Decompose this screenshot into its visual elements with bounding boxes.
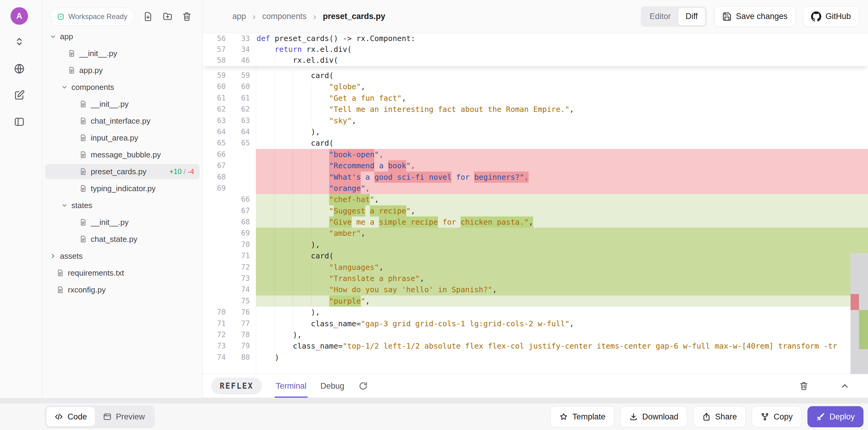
chevron-down-icon [50, 33, 56, 40]
scrollbar-deleted-marker [850, 294, 859, 310]
code-row: 6565 card( [203, 138, 868, 149]
code-row: 69 "amber", [203, 228, 868, 239]
code-row: 72 "languages", [203, 262, 868, 273]
scrollbar[interactable] [850, 253, 868, 374]
tree-file-typing_indicator.py[interactable]: typing_indicator.py [42, 180, 203, 197]
browser-icon [103, 412, 112, 421]
tree-file-chat_interface.py[interactable]: chat_interface.py [42, 113, 203, 130]
tree-item-label: chat_interface.py [91, 116, 150, 126]
diff-tab[interactable]: Diff [678, 7, 705, 26]
share-button[interactable]: Share [693, 406, 746, 427]
breadcrumb-components[interactable]: components [262, 12, 307, 21]
tree-file-__init__.py[interactable]: __init__.py [42, 214, 203, 231]
tree-file-requirements.txt[interactable]: requirements.txt [42, 264, 203, 281]
file-icon [79, 218, 87, 226]
tree-item-label: assets [60, 252, 83, 261]
workspace-status-badge: Workspace Ready [50, 7, 134, 26]
edit-icon[interactable] [13, 90, 25, 101]
share-label: Share [715, 412, 737, 422]
tree-item-label: chat_state.py [91, 235, 137, 244]
file-tree-header: Workspace Ready [42, 0, 203, 29]
github-icon [811, 11, 821, 22]
tree-folder-app[interactable]: app [42, 28, 203, 45]
panel-icon[interactable] [13, 116, 25, 127]
tree-item-label: __init__.py [91, 99, 129, 109]
terminal-bar: REFLEX Terminal Debug [203, 374, 868, 398]
code-toggle[interactable]: Code [46, 407, 95, 426]
preview-label: Preview [116, 412, 145, 422]
tree-folder-components[interactable]: components [42, 79, 203, 95]
github-button[interactable]: GitHub [803, 6, 859, 27]
globe-icon[interactable] [13, 63, 25, 75]
file-icon [79, 184, 87, 192]
code-row: 7076 ), [203, 307, 868, 318]
new-folder-icon[interactable] [162, 11, 173, 22]
new-file-icon[interactable] [143, 11, 153, 22]
tree-file-message_bubble.py[interactable]: message_bubble.py [42, 146, 203, 163]
file-icon [79, 168, 87, 175]
star-icon [559, 412, 568, 421]
code-row: 66 "book-open", [203, 149, 868, 160]
tree-folder-assets[interactable]: assets [42, 248, 203, 264]
chevron-right-icon: › [313, 12, 316, 21]
tree-item-label: app.py [79, 66, 103, 75]
left-icon-rail: A [0, 0, 42, 398]
file-icon [79, 151, 87, 159]
breadcrumb: app › components › preset_cards.py [232, 12, 385, 21]
file-icon [56, 269, 64, 277]
copy-button[interactable]: Copy [752, 406, 801, 427]
editor-topbar: app › components › preset_cards.py Edito… [203, 0, 868, 33]
refresh-icon[interactable] [358, 381, 368, 391]
breadcrumb-app[interactable]: app [232, 12, 246, 21]
deploy-button[interactable]: Deploy [807, 406, 864, 427]
save-changes-button[interactable]: Save changes [714, 6, 796, 27]
file-icon [79, 117, 87, 125]
tree-item-label: input_area.py [91, 133, 138, 143]
chevron-right-icon: › [253, 12, 255, 21]
editor-tab[interactable]: Editor [642, 8, 678, 25]
download-icon [629, 412, 638, 421]
template-button[interactable]: Template [550, 406, 614, 427]
tree-folder-states[interactable]: states [42, 197, 203, 214]
tree-file-chat_state.py[interactable]: chat_state.py [42, 231, 203, 248]
tree-file-rxconfig.py[interactable]: rxconfig.py [42, 281, 203, 298]
template-label: Template [572, 412, 606, 422]
tree-item-label: requirements.txt [68, 268, 124, 278]
file-icon [79, 134, 87, 142]
trash-icon[interactable] [181, 11, 192, 22]
tree-file-input_area.py[interactable]: input_area.py [42, 130, 203, 146]
file-tree-panel: Workspace Ready app__init__.pyapp.pycomp… [42, 0, 203, 398]
tree-file-__init__.py[interactable]: __init__.py [42, 45, 203, 62]
file-icon [68, 50, 76, 57]
tree-file-__init__.py[interactable]: __init__.py [42, 95, 203, 113]
clear-terminal-trash-icon[interactable] [799, 381, 809, 391]
code-row: 7278 ), [203, 329, 868, 340]
reflex-logo: REFLEX [211, 377, 262, 394]
github-label: GitHub [826, 12, 851, 21]
expand-icon[interactable] [13, 36, 25, 47]
preview-toggle[interactable]: Preview [95, 407, 153, 426]
collapse-chevron-up-icon[interactable] [840, 381, 850, 391]
tree-item-label: app [60, 32, 73, 41]
file-icon [68, 66, 76, 74]
code-row: 7177 class_name="gap-3 grid grid-cols-1 … [203, 318, 868, 329]
tree-item-label: preset_cards.py [91, 167, 147, 176]
rocket-icon [816, 412, 825, 421]
tree-file-preset_cards.py[interactable]: preset_cards.py+10 / -4 [42, 163, 203, 180]
tree-file-app.py[interactable]: app.py [42, 62, 203, 79]
tree-item-label: states [71, 201, 92, 210]
breadcrumb-current-file: preset_cards.py [323, 12, 385, 21]
code-row: 75 "purple", [203, 295, 868, 307]
save-icon [722, 12, 732, 21]
share-icon [702, 412, 711, 421]
code-row: 6161 "Get a fun fact", [203, 92, 868, 104]
tree-item-label: components [71, 83, 114, 92]
download-button[interactable]: Download [620, 406, 687, 427]
avatar[interactable]: A [10, 7, 28, 25]
code-row: 5633def preset_cards() -> rx.Component: [203, 33, 868, 44]
tab-debug[interactable]: Debug [320, 374, 344, 398]
tab-terminal[interactable]: Terminal [276, 374, 307, 398]
code-row: 5959 card( [203, 70, 868, 81]
diff-editor[interactable]: 5959 card(6060 "globe",6161 "Get a fun f… [203, 33, 868, 374]
code-label: Code [67, 412, 87, 422]
